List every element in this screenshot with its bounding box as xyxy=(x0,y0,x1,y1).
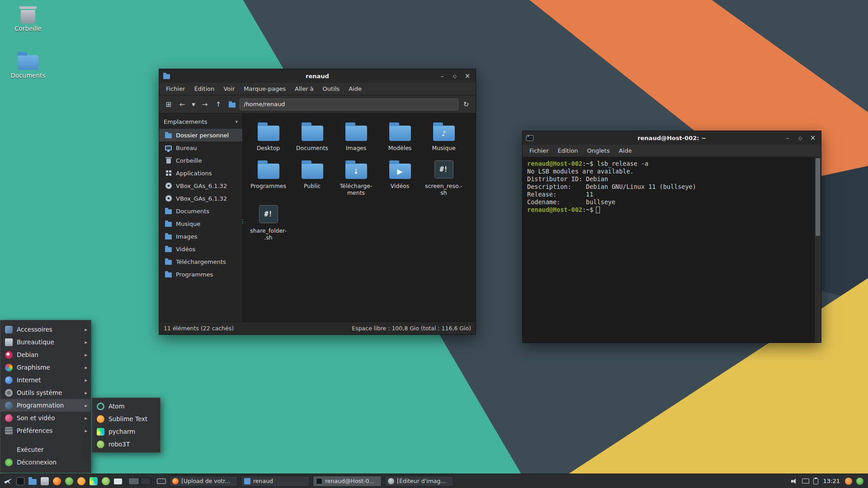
terminal-output-line: Distributor ID: Debian xyxy=(527,175,810,183)
file-item-images[interactable]: Images xyxy=(334,121,378,151)
sidebar-item-musique[interactable]: Musique xyxy=(159,217,242,230)
menu-edition[interactable]: Édition xyxy=(554,145,582,156)
volume-icon[interactable] xyxy=(791,478,798,484)
file-item-musique[interactable]: Musique xyxy=(422,121,466,151)
file-manager-titlebar[interactable]: renaud xyxy=(159,69,476,83)
back-icon[interactable]: ← xyxy=(176,99,188,110)
minimize-button[interactable] xyxy=(783,133,792,142)
terminal-launcher[interactable] xyxy=(15,476,26,487)
file-item-programmes[interactable]: Programmes xyxy=(246,159,290,196)
menu-item-executer[interactable]: Exécuter xyxy=(0,443,91,456)
history-dropdown-icon[interactable]: ▾ xyxy=(190,99,197,110)
menu-item-debian[interactable]: Debian xyxy=(0,348,91,361)
sidebar-item-videos[interactable]: Vidéos xyxy=(159,243,242,255)
menu-voir[interactable]: Voir xyxy=(219,84,239,94)
folder-icon xyxy=(165,245,172,253)
shell-script-icon xyxy=(259,205,278,223)
terminal-titlebar[interactable]: renaud@Host-002: ~ xyxy=(523,131,821,145)
task-button-terminal[interactable]: renaud@Host-0... xyxy=(313,476,382,487)
places-selector[interactable]: Emplacements xyxy=(159,114,242,129)
new-tab-icon[interactable]: ⊞ xyxy=(163,99,175,110)
workspace-1[interactable] xyxy=(128,478,139,485)
desktop-icon-trash[interactable]: Corbeille xyxy=(7,5,49,32)
menu-item-preferences[interactable]: Préférences xyxy=(0,424,91,437)
menu-onglets[interactable]: Onglets xyxy=(583,145,613,156)
forward-icon[interactable]: → xyxy=(199,99,211,110)
file-item-screen-reso-sh[interactable]: screen_reso.- sh xyxy=(422,159,466,196)
file-item-modeles[interactable]: Modèles xyxy=(378,121,422,151)
close-button[interactable] xyxy=(808,133,817,142)
maximize-button[interactable] xyxy=(796,133,805,142)
updates-icon[interactable] xyxy=(845,478,852,485)
menu-fichier[interactable]: Fichier xyxy=(525,145,553,156)
pycharm-launcher[interactable] xyxy=(88,476,99,487)
up-icon[interactable]: ↑ xyxy=(212,99,224,110)
file-item-share-folder-sh[interactable]: share_folder- .sh xyxy=(246,203,290,241)
robo3t-launcher[interactable] xyxy=(100,476,111,487)
workspace-2[interactable] xyxy=(140,478,151,485)
menu-marque-pages[interactable]: Marque-pages xyxy=(240,84,290,94)
menu-item-accessoires[interactable]: Accessoires xyxy=(0,323,91,336)
menu-item-bureautique[interactable]: Bureautique xyxy=(0,336,91,348)
sidebar-item-documents[interactable]: Documents xyxy=(159,205,242,217)
sidebar-item-programmes[interactable]: Programmes xyxy=(159,268,242,281)
file-item-videos[interactable]: Vidéos xyxy=(378,159,422,196)
menu-item-deconnexion[interactable]: Déconnexion xyxy=(0,456,91,469)
menu-item-outils-systeme[interactable]: Outils système xyxy=(0,386,91,399)
sidebar-item-images[interactable]: Images xyxy=(159,230,242,243)
sidebar-item-dossier-personnel[interactable]: Dossier personnel xyxy=(159,129,242,141)
scrollbar-thumb[interactable] xyxy=(816,158,820,236)
sidebar-item-telechargements[interactable]: Téléchargements xyxy=(159,255,242,268)
sidebar-item-vbox-1[interactable]: VBox_GAs_6.1.32 xyxy=(159,179,242,192)
terminal-screen[interactable]: renaud@Host-002:~$ lsb_release -a No LSB… xyxy=(523,157,821,343)
file-item-desktop[interactable]: Desktop xyxy=(246,121,290,151)
menu-aller-a[interactable]: Aller à xyxy=(291,84,318,94)
sidebar-item-corbeille[interactable]: Corbeille xyxy=(159,154,242,167)
desktop-icon-documents[interactable]: Documents xyxy=(7,50,49,79)
display-settings-launcher[interactable] xyxy=(113,476,123,487)
menu-aide[interactable]: Aide xyxy=(615,145,636,156)
task-button-upload[interactable]: [Upload de votr... xyxy=(169,476,238,487)
menu-fichier[interactable]: Fichier xyxy=(162,84,189,94)
menu-aide[interactable]: Aide xyxy=(344,84,366,94)
task-button-image-editor[interactable]: [Éditeur d'imag... xyxy=(385,476,453,487)
close-button[interactable] xyxy=(463,71,472,80)
refresh-icon[interactable]: ↻ xyxy=(460,99,472,110)
menu-outils[interactable]: Outils xyxy=(319,84,344,94)
submenu-item-atom[interactable]: Atom xyxy=(92,400,160,413)
file-item-public[interactable]: Public xyxy=(290,159,334,196)
sublime-text-launcher[interactable] xyxy=(76,476,87,487)
browser-launcher[interactable] xyxy=(52,476,62,487)
menu-item-graphisme[interactable]: Graphisme xyxy=(0,361,91,374)
pycharm-icon xyxy=(90,477,98,485)
network-icon[interactable] xyxy=(856,478,863,485)
path-input[interactable] xyxy=(240,99,458,110)
keyboard-layout-indicator[interactable] xyxy=(156,476,167,487)
display-icon[interactable] xyxy=(802,479,809,483)
sidebar-item-applications[interactable]: Applications xyxy=(159,167,242,179)
clipboard-icon[interactable] xyxy=(813,478,818,484)
minimize-button[interactable] xyxy=(438,71,447,80)
file-manager-launcher[interactable] xyxy=(27,476,38,487)
sidebar-item-vbox-2[interactable]: VBox_GAs_6.1.32 xyxy=(159,192,242,205)
menu-item-programmation[interactable]: Programmation xyxy=(0,399,91,412)
sidebar-resize-handle[interactable]: ⋮ xyxy=(240,218,246,225)
menu-item-son-et-video[interactable]: Son et vidéo xyxy=(0,412,91,424)
file-item-telechargements[interactable]: Télécharge- ments xyxy=(334,159,378,196)
text-editor-launcher[interactable] xyxy=(39,476,50,487)
file-list[interactable]: Desktop Documents Images Modèles Musique… xyxy=(243,113,476,322)
home-folder-icon[interactable] xyxy=(226,99,238,110)
file-item-documents[interactable]: Documents xyxy=(290,121,334,151)
task-button-renaud[interactable]: renaud xyxy=(241,476,310,487)
terminal-output-line: Release: 11 xyxy=(527,191,810,198)
maximize-button[interactable] xyxy=(450,71,459,80)
app-menu-button[interactable] xyxy=(3,476,14,487)
submenu-item-pycharm[interactable]: pycharm xyxy=(92,425,160,438)
sidebar-item-bureau[interactable]: Bureau xyxy=(159,141,242,154)
menu-item-internet[interactable]: Internet xyxy=(0,374,91,386)
menu-edition[interactable]: Édition xyxy=(190,84,219,94)
submenu-item-robo3t[interactable]: robo3T xyxy=(92,438,160,450)
submenu-item-sublime-text[interactable]: Sublime Text xyxy=(92,413,160,425)
terminal-scrollbar[interactable] xyxy=(814,157,821,343)
package-manager-launcher[interactable] xyxy=(64,476,75,487)
